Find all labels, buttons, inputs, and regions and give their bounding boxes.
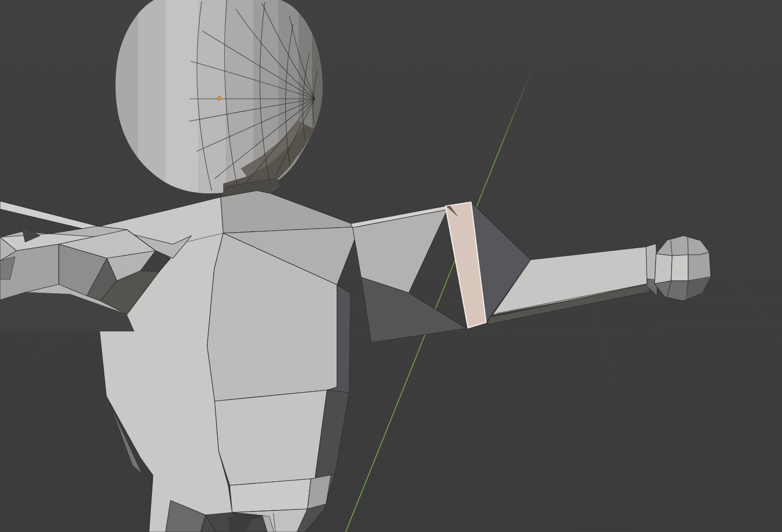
hand-ball-mid-left [655, 254, 672, 284]
hand-ball-mid-right [688, 252, 711, 281]
right-hand-ball[interactable] [655, 236, 711, 301]
hand-ball-mid-center [671, 255, 688, 281]
viewport-canvas[interactable] [0, 0, 782, 532]
active-vertex[interactable] [217, 96, 221, 100]
blender-3d-viewport[interactable] [0, 0, 782, 532]
hip-face[interactable] [215, 390, 327, 485]
